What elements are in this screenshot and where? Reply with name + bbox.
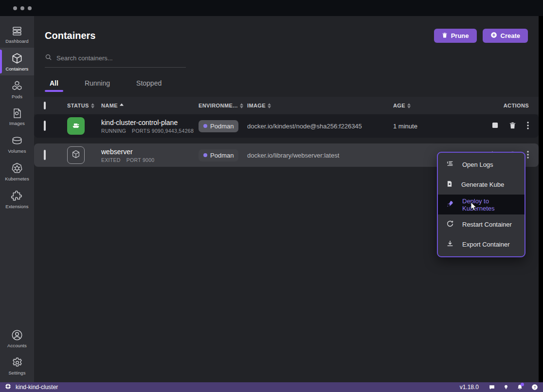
window-close-button[interactable] [13, 6, 17, 10]
table-row[interactable]: kind-cluster-control-plane RUNNING PORTS… [34, 114, 539, 138]
podman-dot-icon [203, 124, 207, 128]
prune-button-label: Prune [451, 32, 469, 39]
sidebar-item-volumes[interactable]: Volumes [0, 130, 34, 158]
sidebar-item-pods[interactable]: Pods [0, 75, 34, 103]
sort-icon [407, 103, 411, 108]
container-image: docker.io/kindest/node@sha256:f226345 [247, 123, 393, 130]
menu-item-export-container[interactable]: Export Container [438, 234, 525, 254]
sort-icon [91, 103, 94, 108]
extensions-icon [11, 190, 23, 202]
column-header-age[interactable]: AGE [393, 103, 471, 108]
tab-all[interactable]: All [45, 76, 63, 92]
container-age: 1 minute [393, 123, 471, 130]
column-label: ACTIONS [504, 103, 529, 108]
tasks-icon[interactable] [504, 384, 508, 391]
sidebar-item-kubernetes[interactable]: Kubernetes [0, 158, 34, 185]
search-bar [45, 53, 186, 68]
sidebar-item-dashboard[interactable]: Dashboard [0, 21, 34, 48]
table-header: STATUS NAME ENVIRONME... IMAGE [34, 97, 539, 114]
create-button[interactable]: Create [483, 29, 528, 43]
container-name: webserver [101, 148, 199, 156]
kube-context-icon [5, 383, 11, 391]
column-header-image[interactable]: IMAGE [247, 103, 393, 108]
stop-container-button[interactable] [492, 122, 498, 130]
sidebar-item-label: Dashboard [5, 38, 28, 44]
menu-item-generate-kube[interactable]: Generate Kube [438, 175, 525, 195]
tab-running[interactable]: Running [80, 76, 115, 92]
plus-circle-icon [490, 32, 497, 40]
window-zoom-button[interactable] [28, 6, 32, 10]
kube-context-indicator[interactable]: kind-kind-cluster [5, 383, 58, 391]
select-all-checkbox[interactable] [44, 102, 46, 109]
rocket-icon [446, 200, 454, 209]
sidebar-item-label: Extensions [5, 204, 28, 209]
search-input[interactable] [56, 54, 173, 62]
container-ports: PORTS 9090,9443,54268 [132, 128, 194, 134]
menu-item-restart-container[interactable]: Restart Container [438, 214, 525, 234]
export-icon [446, 240, 454, 249]
column-header-name[interactable]: NAME [101, 103, 199, 108]
tab-stopped[interactable]: Stopped [131, 76, 166, 92]
column-label: IMAGE [247, 103, 266, 108]
sidebar-item-containers[interactable]: Containers [0, 48, 34, 75]
sidebar-item-label: Volumes [8, 148, 26, 154]
menu-item-deploy-to-kubernetes[interactable]: Deploy to Kubernetes [438, 195, 525, 214]
menu-item-open-logs[interactable]: Open Logs [438, 155, 525, 175]
trash-icon [442, 32, 448, 40]
sidebar: Dashboard Containers Pods Images [0, 16, 34, 382]
menu-item-label: Deploy to Kubernetes [462, 197, 516, 212]
prune-button[interactable]: Prune [434, 29, 477, 43]
sidebar-spacer [0, 213, 34, 324]
environment-label: Podman [210, 123, 234, 130]
sidebar-item-label: Kubernetes [5, 176, 29, 181]
column-header-environment[interactable]: ENVIRONME... [199, 103, 247, 108]
kind-ship-icon [71, 120, 81, 132]
kebab-menu-icon [527, 122, 529, 131]
column-header-status[interactable]: STATUS [67, 103, 101, 108]
row-menu-button[interactable] [527, 122, 529, 131]
logs-icon [446, 160, 454, 169]
container-context-menu: Open Logs Generate Kube Deploy to Kubern… [437, 152, 525, 257]
containers-icon [11, 52, 23, 65]
kebab-menu-icon [527, 151, 529, 160]
sort-icon [268, 103, 271, 108]
row-menu-button[interactable] [527, 151, 529, 160]
feedback-icon[interactable] [489, 384, 495, 391]
environment-badge: Podman [199, 149, 238, 161]
status-bar: kind-kind-cluster v1.18.0 ? [0, 382, 543, 392]
status-exited-badge [67, 146, 85, 164]
sidebar-item-settings[interactable]: Settings [0, 352, 34, 382]
notifications-bell-icon[interactable] [517, 384, 523, 391]
settings-icon [11, 356, 23, 369]
restart-icon [446, 220, 454, 229]
svg-text:?: ? [534, 385, 536, 390]
sidebar-item-accounts[interactable]: Accounts [0, 324, 34, 352]
trash-icon [509, 122, 516, 131]
container-state: EXITED [101, 157, 121, 163]
container-ports: PORT 9000 [127, 157, 155, 163]
row-checkbox[interactable] [44, 121, 46, 131]
create-button-label: Create [501, 32, 520, 39]
column-label: STATUS [67, 103, 89, 108]
filter-tabs: All Running Stopped [45, 76, 528, 92]
kube-file-icon [446, 180, 453, 189]
menu-item-label: Restart Container [462, 221, 512, 228]
search-icon [45, 53, 52, 63]
images-icon [11, 107, 23, 119]
sidebar-item-extensions[interactable]: Extensions [0, 185, 34, 213]
environment-label: Podman [210, 152, 234, 159]
environment-badge: Podman [199, 120, 238, 132]
column-label: AGE [393, 103, 405, 108]
window-minimize-button[interactable] [20, 6, 24, 10]
sidebar-item-label: Containers [6, 66, 29, 71]
column-label: NAME [101, 103, 118, 108]
window-titlebar [0, 0, 543, 16]
help-icon[interactable]: ? [531, 384, 538, 391]
container-state: RUNNING [101, 128, 126, 134]
sidebar-item-images[interactable]: Images [0, 103, 34, 130]
app-version: v1.18.0 [460, 384, 479, 391]
notification-dot [521, 383, 524, 386]
delete-container-button[interactable] [509, 122, 516, 131]
row-checkbox[interactable] [44, 150, 46, 160]
podman-dot-icon [203, 153, 207, 157]
